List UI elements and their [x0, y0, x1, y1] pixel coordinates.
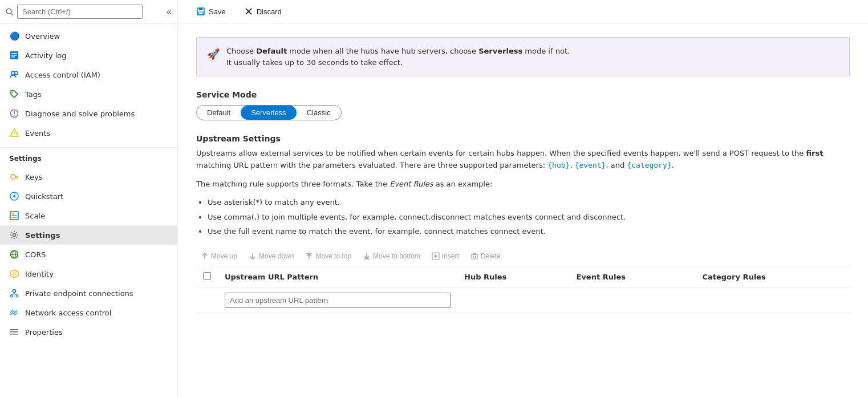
svg-rect-43	[199, 8, 202, 10]
content-area: 🚀 Choose Default mode when all the hubs …	[178, 23, 868, 397]
svg-line-34	[13, 310, 15, 313]
main-content: Save Discard 🚀 Choose Default mode when …	[178, 0, 868, 397]
svg-line-38	[15, 313, 17, 315]
delete-label: Delete	[481, 252, 501, 260]
table-cell-checkbox	[196, 287, 218, 313]
sidebar-item-events[interactable]: Events	[0, 123, 177, 143]
sidebar-item-scale[interactable]: Scale	[0, 206, 177, 225]
mode-classic-button[interactable]: Classic	[297, 106, 341, 120]
collapse-sidebar-button[interactable]: «	[167, 7, 172, 17]
sidebar-item-label: CORS	[25, 250, 46, 259]
first-bold: first	[806, 149, 823, 157]
search-icon	[6, 8, 14, 16]
upstream-table: Upstream URL Pattern Hub Rules Event Rul…	[196, 266, 850, 313]
delete-button[interactable]: Delete	[466, 250, 505, 262]
select-all-checkbox[interactable]	[203, 272, 211, 280]
diagnose-icon	[9, 108, 19, 119]
move-to-bottom-icon	[363, 252, 371, 260]
cors-icon	[9, 249, 19, 260]
sidebar-item-properties[interactable]: Properties	[0, 322, 177, 342]
svg-point-29	[16, 295, 18, 297]
table-cell-category	[695, 287, 850, 313]
insert-icon	[432, 252, 440, 260]
table-header-category: Category Rules	[695, 266, 850, 288]
sidebar-item-tags[interactable]: Tags	[0, 84, 177, 104]
sidebar-item-label: Overview	[25, 32, 60, 40]
sidebar-item-label: Scale	[25, 212, 45, 220]
comma-code: ,	[254, 213, 257, 221]
move-down-button[interactable]: Move down	[244, 250, 298, 262]
sidebar-item-label: Quickstart	[25, 192, 63, 201]
sidebar-item-cors[interactable]: CORS	[0, 245, 177, 264]
svg-point-11	[14, 115, 15, 116]
activity-log-icon	[9, 50, 19, 60]
service-mode-selector: Default Serverless Classic	[196, 105, 342, 120]
insert-button[interactable]: Insert	[427, 250, 464, 262]
sidebar-item-label: Keys	[25, 173, 42, 181]
sidebar-item-quickstart[interactable]: Quickstart	[0, 187, 177, 206]
sidebar-item-access-control[interactable]: Access control (IAM)	[0, 65, 177, 84]
svg-line-33	[10, 310, 13, 313]
move-to-bottom-button[interactable]: Move to bottom	[358, 250, 425, 262]
info-banner-text: Choose Default mode when all the hubs ha…	[226, 46, 570, 68]
sidebar: « 🔵 Overview Activity log Access control…	[0, 0, 178, 397]
move-to-bottom-label: Move to bottom	[373, 252, 420, 260]
sidebar-search-container: «	[0, 0, 177, 24]
svg-point-27	[13, 290, 16, 293]
rocket-icon: 🚀	[207, 46, 220, 62]
hub-code: {hub}	[547, 161, 570, 169]
move-up-button[interactable]: Move up	[196, 250, 242, 262]
move-to-top-label: Move to top	[315, 252, 351, 260]
svg-rect-40	[10, 331, 18, 333]
sidebar-item-private-endpoint[interactable]: Private endpoint connections	[0, 283, 177, 303]
svg-line-1	[11, 13, 13, 15]
upstream-description-1: Upstreams allow external services to be …	[196, 148, 850, 172]
table-header-url: Upstream URL Pattern	[218, 266, 457, 288]
scale-icon	[9, 210, 19, 221]
upstream-bullets: Use asterisk(*) to match any event. Use …	[208, 197, 850, 237]
save-button[interactable]: Save	[192, 5, 230, 18]
sidebar-item-settings[interactable]: Settings	[0, 225, 177, 245]
quickstart-icon	[9, 191, 19, 201]
insert-label: Insert	[442, 252, 459, 260]
sidebar-item-overview[interactable]: 🔵 Overview	[0, 26, 177, 46]
sidebar-item-activity-log[interactable]: Activity log	[0, 46, 177, 65]
discard-button[interactable]: Discard	[240, 5, 286, 18]
sidebar-item-label: Tags	[25, 90, 42, 99]
upstream-settings-title: Upstream Settings	[196, 134, 850, 143]
sidebar-item-network-access[interactable]: Network access control	[0, 303, 177, 322]
move-down-label: Move down	[259, 252, 294, 260]
sidebar-item-diagnose[interactable]: Diagnose and solve problems	[0, 104, 177, 123]
sidebar-item-label: Diagnose and solve problems	[25, 110, 135, 118]
save-icon	[196, 7, 205, 16]
save-label: Save	[209, 7, 226, 16]
keys-icon	[9, 172, 19, 182]
svg-line-36	[10, 313, 13, 315]
category-code: {category}	[627, 161, 671, 169]
sidebar-item-keys[interactable]: Keys	[0, 167, 177, 187]
svg-line-35	[15, 310, 17, 313]
table-header-hub: Hub Rules	[457, 266, 570, 288]
table-toolbar: Move up Move down Move to top Move to bo…	[196, 246, 850, 266]
move-to-top-button[interactable]: Move to top	[301, 250, 356, 262]
properties-icon	[9, 327, 19, 337]
move-up-label: Move up	[211, 252, 237, 260]
search-input[interactable]	[17, 5, 143, 19]
url-pattern-input[interactable]	[225, 293, 451, 308]
disconnect-italic: disconnect	[583, 213, 623, 221]
connect-disconnect-code: connect,disconnect	[399, 213, 470, 221]
private-endpoint-icon	[9, 288, 19, 298]
settings-section-header: Settings	[0, 147, 177, 165]
svg-rect-5	[11, 56, 15, 58]
svg-rect-4	[11, 55, 17, 56]
mode-serverless-button[interactable]: Serverless	[241, 106, 296, 120]
svg-point-0	[6, 9, 11, 14]
event-code: {event}	[575, 161, 606, 169]
connect-italic: connect	[535, 213, 565, 221]
mode-default-button[interactable]: Default	[197, 106, 241, 120]
svg-point-14	[11, 175, 15, 179]
table-header-event: Event Rules	[570, 266, 696, 288]
sidebar-item-identity[interactable]: Identity	[0, 264, 177, 283]
asterisk-italic: asterisk(*)	[224, 198, 262, 206]
identity-icon	[9, 269, 19, 279]
